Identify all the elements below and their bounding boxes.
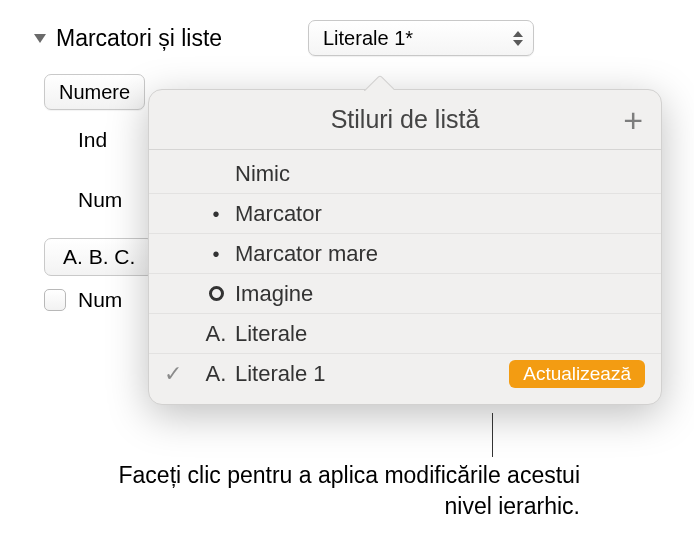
style-item-none[interactable]: Nimic: [149, 154, 661, 194]
tiered-numbers-checkbox[interactable]: [44, 289, 66, 311]
numbers-button[interactable]: Numere: [44, 74, 145, 110]
disclosure-triangle-icon[interactable]: [34, 34, 46, 43]
numbering-format-button[interactable]: A. B. C.: [44, 238, 154, 276]
bullet-dot-icon: •: [197, 244, 235, 264]
style-list: Nimic • Marcator • Marcator mare Imagine…: [149, 150, 661, 404]
bullet-letter: A.: [197, 361, 235, 387]
style-item-image[interactable]: Imagine: [149, 274, 661, 314]
list-style-value: Literale 1*: [323, 27, 413, 50]
style-item-lettered[interactable]: A. Literale: [149, 314, 661, 354]
bullet-ring-icon: [197, 286, 235, 301]
list-style-select[interactable]: Literale 1*: [308, 20, 534, 56]
chevrons-icon: [513, 31, 523, 46]
popover-title: Stiluri de listă: [331, 105, 480, 134]
style-item-big-bullet[interactable]: • Marcator mare: [149, 234, 661, 274]
bullet-dot-icon: •: [197, 204, 235, 224]
checkbox-label: Num: [78, 288, 122, 312]
bullet-letter: A.: [197, 321, 235, 347]
popover-header: Stiluri de listă +: [149, 90, 661, 150]
style-item-lettered-1[interactable]: ✓ A. Literale 1 Actualizează: [149, 354, 661, 394]
popover-arrow-icon: [364, 75, 394, 91]
checkmark-icon: ✓: [149, 361, 197, 387]
update-style-button[interactable]: Actualizează: [509, 360, 645, 388]
callout-line: [492, 413, 493, 457]
list-styles-popover: Stiluri de listă + Nimic • Marcator • Ma…: [148, 89, 662, 405]
add-style-button[interactable]: +: [623, 103, 643, 137]
callout-text: Faceți clic pentru a aplica modificările…: [100, 460, 580, 522]
bullets-lists-section-header: Marcatori și liste Literale 1*: [14, 20, 554, 74]
section-title: Marcatori și liste: [56, 25, 222, 52]
style-item-bullet[interactable]: • Marcator: [149, 194, 661, 234]
